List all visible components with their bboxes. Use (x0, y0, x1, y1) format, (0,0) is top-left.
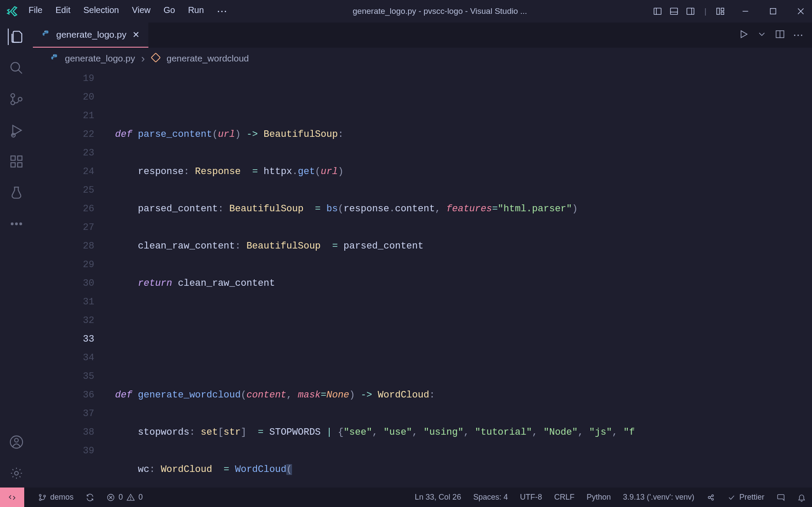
editor-tabs: generate_logo.py ✕ (33, 23, 812, 48)
tab-generate-logo[interactable]: generate_logo.py ✕ (33, 23, 148, 48)
breadcrumb-separator-icon (141, 52, 145, 65)
svg-rect-2 (671, 8, 678, 15)
breadcrumb-file[interactable]: generate_logo.py (65, 53, 135, 64)
editor-actions (738, 23, 812, 48)
sync-changes-icon[interactable] (86, 493, 94, 502)
menu-go[interactable]: Go (164, 5, 175, 17)
window-controls (740, 6, 806, 16)
svg-rect-8 (721, 12, 724, 15)
layout-controls: | (652, 6, 725, 16)
svg-point-29 (15, 439, 19, 442)
menu-edit[interactable]: Edit (55, 5, 70, 17)
svg-line-48 (710, 496, 712, 497)
feedback-icon[interactable] (777, 493, 785, 502)
problems-status[interactable]: 0 0 (106, 493, 143, 502)
breadcrumb[interactable]: generate_logo.py generate_wordcloud (33, 48, 812, 69)
split-editor-icon[interactable] (775, 29, 785, 42)
close-window-icon[interactable] (796, 6, 806, 16)
python-file-icon (42, 29, 50, 40)
svg-rect-10 (770, 9, 776, 14)
toggle-primary-sidebar-icon[interactable] (652, 6, 663, 16)
main-area: generate_logo.py ✕ generate_logo.py gene… (0, 23, 812, 488)
menu-overflow-icon[interactable] (217, 5, 227, 17)
git-branch-status[interactable]: demos (38, 493, 74, 502)
svg-point-13 (11, 62, 19, 71)
source-control-icon[interactable] (8, 91, 25, 107)
svg-rect-23 (18, 156, 22, 160)
svg-rect-0 (654, 8, 661, 15)
status-bar: demos 0 0 Ln 33, Col 26 Spaces: 4 UTF-8 … (0, 488, 812, 507)
tab-close-icon[interactable]: ✕ (132, 29, 140, 40)
svg-point-44 (131, 499, 131, 499)
svg-point-27 (20, 223, 22, 225)
cursor-position-status[interactable]: Ln 33, Col 26 (415, 493, 461, 502)
svg-point-38 (39, 498, 41, 500)
svg-rect-36 (151, 53, 160, 62)
notifications-bell-icon[interactable] (797, 493, 806, 502)
function-symbol-icon (151, 53, 160, 65)
tab-filename: generate_logo.py (56, 29, 126, 40)
activity-bar (0, 23, 33, 488)
code-editor[interactable]: 1920212223242526272829303132333435363738… (33, 69, 812, 488)
svg-point-37 (39, 494, 41, 496)
encoding-status[interactable]: UTF-8 (520, 493, 542, 502)
live-share-icon[interactable] (706, 493, 715, 502)
svg-point-16 (11, 101, 15, 105)
svg-point-35 (53, 55, 54, 55)
accounts-icon[interactable] (8, 434, 25, 450)
svg-point-31 (45, 31, 45, 32)
svg-rect-22 (18, 163, 22, 167)
svg-point-45 (708, 496, 710, 498)
titlebar: File Edit Selection View Go Run generate… (0, 0, 812, 23)
explorer-icon[interactable] (8, 29, 24, 45)
svg-line-14 (18, 70, 22, 74)
menu-bar: File Edit Selection View Go Run (29, 5, 227, 17)
svg-point-39 (44, 495, 45, 497)
remote-indicator-icon[interactable] (0, 488, 24, 507)
window-title: generate_logo.py - pvscc-logo - Visual S… (229, 6, 651, 16)
more-views-icon[interactable] (8, 216, 25, 232)
toggle-panel-icon[interactable] (669, 6, 679, 16)
testing-icon[interactable] (8, 184, 25, 201)
language-mode-status[interactable]: Python (587, 493, 611, 502)
breadcrumb-symbol[interactable]: generate_wordcloud (167, 53, 249, 64)
editor-area: generate_logo.py ✕ generate_logo.py gene… (33, 23, 812, 488)
svg-rect-7 (721, 8, 724, 11)
python-interpreter-status[interactable]: 3.9.13 ('.venv': venv) (623, 493, 694, 502)
customize-layout-icon[interactable] (715, 6, 725, 16)
svg-line-49 (710, 498, 712, 499)
python-file-icon (50, 53, 59, 64)
code-content[interactable]: def parse_content(url) -> BeautifulSoup:… (106, 69, 812, 488)
svg-point-26 (16, 223, 17, 225)
menu-run[interactable]: Run (188, 5, 204, 17)
toggle-secondary-sidebar-icon[interactable] (685, 6, 696, 16)
line-number-gutter: 1920212223242526272829303132333435363738… (33, 69, 106, 488)
svg-rect-6 (717, 8, 719, 15)
svg-marker-32 (741, 31, 747, 38)
eol-status[interactable]: CRLF (554, 493, 574, 502)
menu-view[interactable]: View (132, 5, 151, 17)
editor-more-actions-icon[interactable] (793, 29, 803, 41)
svg-point-30 (15, 471, 19, 475)
vscode-logo-icon (6, 5, 18, 17)
svg-rect-20 (11, 156, 15, 160)
svg-rect-21 (11, 163, 15, 167)
search-icon[interactable] (8, 60, 25, 76)
svg-point-17 (18, 97, 22, 101)
run-file-icon[interactable] (738, 29, 749, 42)
svg-rect-4 (687, 8, 694, 15)
svg-point-25 (11, 223, 13, 225)
menu-file[interactable]: File (29, 5, 42, 17)
settings-gear-icon[interactable] (8, 465, 25, 481)
run-debug-icon[interactable] (8, 122, 25, 139)
extensions-icon[interactable] (8, 153, 25, 170)
minimize-icon[interactable] (740, 6, 751, 16)
menu-selection[interactable]: Selection (83, 5, 119, 17)
maximize-icon[interactable] (768, 6, 778, 16)
svg-point-15 (11, 94, 15, 97)
indentation-status[interactable]: Spaces: 4 (473, 493, 508, 502)
run-dropdown-icon[interactable] (757, 29, 767, 42)
prettier-status[interactable]: Prettier (727, 493, 764, 502)
